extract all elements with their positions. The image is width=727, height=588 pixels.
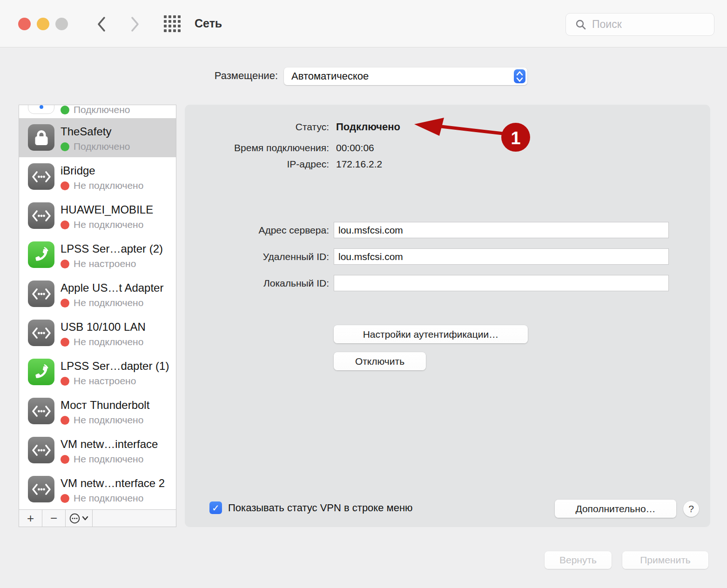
status-dot bbox=[61, 220, 69, 229]
remote-id-input[interactable] bbox=[334, 248, 669, 265]
interface-status: Не подключено bbox=[74, 414, 143, 426]
auth-settings-button[interactable]: Настройки аутентификации… bbox=[334, 325, 528, 343]
show-all-grid-button[interactable] bbox=[164, 15, 182, 34]
location-select[interactable]: Автоматическое bbox=[284, 67, 527, 85]
page-title: Сеть bbox=[195, 17, 222, 30]
interface-status: Подключено bbox=[74, 141, 130, 152]
back-button[interactable] bbox=[93, 15, 110, 33]
interface-status: Не подключено bbox=[74, 297, 143, 308]
interface-name: USB 10/100 LAN bbox=[61, 321, 146, 334]
server-address-label: Адрес сервера: bbox=[189, 225, 329, 236]
window-zoom-button bbox=[55, 18, 68, 30]
connect-time-label: Время подключения: bbox=[189, 142, 329, 154]
window-controls bbox=[18, 18, 68, 30]
status-dot bbox=[61, 494, 69, 503]
window-minimize-button[interactable] bbox=[37, 18, 49, 30]
interface-name: HUAWEI_MOBILE bbox=[61, 203, 153, 216]
connect-time-value: 00:00:06 bbox=[336, 142, 374, 154]
interface-name: TheSafety bbox=[61, 125, 111, 138]
ethernet-icon bbox=[28, 476, 54, 502]
interface-status: Не настроено bbox=[74, 375, 136, 387]
interface-name: iBridge bbox=[61, 164, 95, 177]
sidebar-item-ibridge[interactable]: iBridge Не подключено bbox=[19, 157, 176, 196]
search-input[interactable] bbox=[592, 18, 694, 31]
lock-icon bbox=[28, 124, 54, 151]
interface-name: LPSS Ser…dapter (1) bbox=[61, 360, 169, 373]
advanced-button[interactable]: Дополнительно… bbox=[555, 500, 676, 518]
status-dot bbox=[61, 338, 69, 347]
chevron-left-icon bbox=[99, 18, 104, 31]
status-label: Статус: bbox=[189, 121, 329, 133]
ethernet-icon bbox=[28, 437, 54, 463]
sidebar-item-vm-interface-1[interactable]: VM netw…interface Не подключено bbox=[19, 431, 176, 470]
minus-icon: − bbox=[50, 511, 57, 526]
interface-status: Не подключено bbox=[74, 493, 143, 504]
sidebar-item-huawei-mobile[interactable]: HUAWEI_MOBILE Не подключено bbox=[19, 196, 176, 235]
apply-button[interactable]: Применить bbox=[622, 551, 708, 569]
sidebar-item-apple-usb-adapter[interactable]: Apple US…t Adapter Не подключено bbox=[19, 274, 176, 314]
interface-status: Не настроено bbox=[74, 258, 136, 269]
status-dot bbox=[61, 377, 69, 386]
interface-name: Мост Thunderbolt bbox=[61, 399, 149, 412]
status-dot bbox=[61, 455, 69, 464]
ethernet-icon bbox=[28, 320, 54, 346]
interface-status: Не подключено bbox=[74, 180, 143, 191]
interface-name: VM netw…interface bbox=[61, 438, 158, 451]
list-footer-toolbar: + − bbox=[19, 509, 176, 527]
location-selected-value: Автоматическое bbox=[291, 70, 369, 82]
ethernet-icon bbox=[28, 281, 54, 307]
ellipsis-circle-icon bbox=[69, 513, 80, 524]
local-id-label: Локальный ID: bbox=[189, 278, 329, 289]
remote-id-label: Удаленный ID: bbox=[189, 251, 329, 262]
chevron-down-icon bbox=[82, 516, 88, 521]
interface-name: VM netw…nterface 2 bbox=[61, 477, 165, 490]
sidebar-item-usb-lan[interactable]: USB 10/100 LAN Не подключено bbox=[19, 314, 176, 353]
sidebar-item-lpss-1[interactable]: LPSS Ser…dapter (1) Не настроено bbox=[19, 353, 176, 392]
remove-interface-button[interactable]: − bbox=[42, 510, 66, 527]
sidebar-item-lpss-2[interactable]: LPSS Ser…apter (2) Не настроено bbox=[19, 235, 176, 274]
location-label: Размещение: bbox=[0, 70, 278, 82]
wifi-icon bbox=[28, 105, 54, 114]
chevron-right-icon bbox=[132, 18, 138, 31]
title-bar: Сеть bbox=[0, 0, 727, 47]
ethernet-icon bbox=[28, 202, 54, 229]
help-button[interactable]: ? bbox=[683, 501, 699, 517]
search-field[interactable] bbox=[565, 13, 714, 36]
show-vpn-status-checkbox[interactable]: ✓ bbox=[209, 501, 222, 514]
interface-status: Не подключено bbox=[74, 454, 143, 465]
network-preferences-window: Сеть Размещение: Автоматическое Подключе… bbox=[0, 0, 727, 588]
sidebar-item-vm-interface-2[interactable]: VM netw…nterface 2 Не подключено bbox=[19, 470, 176, 509]
interface-list: Подключено TheSafety Подключено bbox=[19, 105, 176, 527]
status-value: Подключено bbox=[336, 121, 400, 133]
stepper-chevrons-icon bbox=[514, 69, 525, 83]
check-icon: ✓ bbox=[212, 502, 220, 514]
sidebar-item-thesafety[interactable]: TheSafety Подключено bbox=[19, 118, 176, 157]
question-mark-icon: ? bbox=[688, 503, 694, 514]
status-dot bbox=[61, 299, 69, 307]
status-dot bbox=[61, 260, 69, 268]
sidebar-item-thunderbolt-bridge[interactable]: Мост Thunderbolt Не подключено bbox=[19, 392, 176, 431]
disconnect-button[interactable]: Отключить bbox=[334, 352, 426, 370]
interface-status: Не подключено bbox=[74, 219, 143, 230]
status-dot bbox=[61, 416, 69, 425]
ethernet-icon bbox=[28, 163, 54, 190]
add-interface-button[interactable]: + bbox=[19, 510, 42, 527]
window-close-button[interactable] bbox=[18, 18, 31, 30]
search-icon bbox=[575, 19, 586, 30]
revert-button[interactable]: Вернуть bbox=[545, 551, 612, 569]
phone-icon bbox=[28, 241, 54, 268]
show-vpn-status-label: Показывать статус VPN в строке меню bbox=[228, 502, 413, 514]
ethernet-icon bbox=[28, 398, 54, 424]
interface-name: Apple US…t Adapter bbox=[61, 281, 163, 294]
server-address-input[interactable] bbox=[334, 222, 669, 238]
options-menu-button[interactable] bbox=[66, 510, 93, 527]
status-dot bbox=[61, 106, 69, 114]
status-dot bbox=[61, 181, 69, 190]
local-id-input[interactable] bbox=[334, 275, 669, 291]
status-dot bbox=[61, 142, 69, 151]
ip-address-value: 172.16.2.2 bbox=[336, 159, 382, 170]
forward-button[interactable] bbox=[127, 15, 143, 33]
interface-name: LPSS Ser…apter (2) bbox=[61, 242, 163, 255]
interface-status: Подключено bbox=[74, 105, 130, 115]
plus-icon: + bbox=[27, 511, 34, 526]
